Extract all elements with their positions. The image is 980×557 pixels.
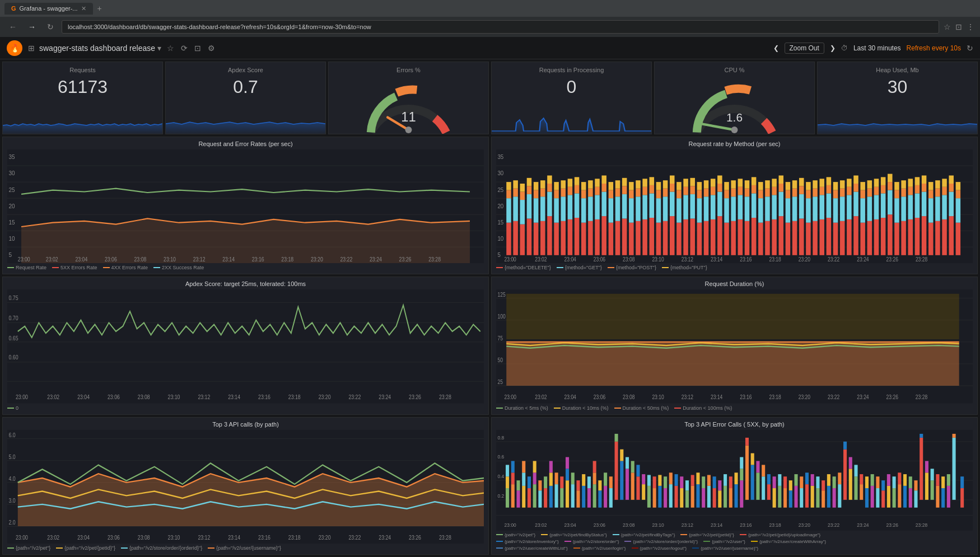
svg-rect-230 — [813, 180, 818, 189]
apdex-score-chart-panel: Apdex Score: target 25ms, tolerated: 100… — [2, 277, 489, 414]
svg-rect-300 — [935, 196, 940, 221]
charts-row-1: Request and Error Rates (per sec) 35 30 … — [2, 137, 978, 274]
svg-rect-115 — [622, 218, 627, 255]
svg-rect-450 — [576, 490, 580, 508]
apdex-score-chart: 0.75 0.70 0.65 0.60 23:00 23:02 23:04 23… — [7, 289, 484, 403]
svg-rect-251 — [853, 216, 858, 255]
svg-text:23:06: 23:06 — [105, 256, 117, 263]
bookmark-star-icon[interactable]: ☆ — [944, 22, 951, 31]
browser-chrome: G Grafana - swagger-... ✕ + — [0, 0, 980, 17]
svg-rect-297 — [928, 190, 934, 199]
svg-rect-254 — [853, 175, 858, 184]
time-range-selector[interactable]: Last 30 minutes — [853, 44, 901, 52]
svg-rect-305 — [942, 187, 947, 195]
svg-text:23:20: 23:20 — [799, 257, 810, 263]
svg-rect-513 — [740, 457, 743, 469]
browser-tab[interactable]: G Grafana - swagger-... ✕ — [4, 3, 93, 15]
svg-rect-87 — [575, 218, 580, 255]
settings-icon[interactable]: ⚙ — [208, 44, 215, 53]
top3-error-calls-title: Top 3 API Error Calls ( 5XX, by path) — [496, 421, 973, 428]
svg-rect-107 — [609, 223, 614, 255]
svg-rect-246 — [840, 180, 845, 189]
svg-rect-293 — [922, 184, 927, 192]
svg-rect-287 — [915, 218, 920, 255]
svg-rect-148 — [676, 198, 682, 223]
refresh-button[interactable]: ↻ — [967, 44, 973, 53]
svg-rect-196 — [758, 198, 763, 223]
svg-rect-521 — [762, 465, 765, 476]
svg-rect-578 — [920, 438, 923, 500]
reload-button[interactable]: ↻ — [44, 21, 57, 32]
svg-rect-307 — [949, 216, 954, 255]
forward-button[interactable]: → — [25, 21, 39, 32]
delete-color — [496, 267, 503, 268]
zoom-out-button[interactable]: Zoom Out — [785, 43, 824, 54]
svg-rect-145 — [670, 184, 675, 192]
new-tab-button[interactable]: + — [97, 4, 102, 13]
svg-rect-496 — [696, 472, 699, 484]
svg-text:1.6: 1.6 — [726, 111, 743, 124]
dur-50ms-label: Duration < 50ms (%) — [623, 405, 669, 411]
svg-rect-54 — [513, 180, 518, 189]
svg-rect-123 — [636, 221, 641, 255]
svg-rect-136 — [656, 198, 661, 223]
svg-rect-477 — [647, 486, 651, 508]
svg-rect-271 — [888, 214, 893, 255]
extensions-icon[interactable]: ⊡ — [955, 22, 962, 31]
zoom-left-icon[interactable]: ❮ — [773, 44, 779, 52]
svg-rect-590 — [953, 438, 956, 500]
svg-text:0.65: 0.65 — [9, 335, 18, 341]
dur-5ms-color — [496, 408, 503, 409]
svg-rect-495 — [696, 484, 699, 508]
legend-post: {method="POST"} — [608, 265, 656, 270]
svg-rect-163 — [704, 221, 709, 255]
dur-100ms-label: Duration < 100ms (%) — [683, 405, 732, 411]
svg-rect-176 — [724, 198, 729, 223]
legend-get: {method="GET"} — [557, 265, 602, 270]
svg-rect-277 — [894, 190, 899, 199]
dur-100ms-color — [674, 408, 681, 409]
dashboard-title[interactable]: ⊞ swagger-stats dashboard release ▾ — [28, 44, 161, 53]
svg-rect-310 — [949, 175, 954, 184]
svg-rect-309 — [949, 184, 954, 192]
svg-rect-224 — [806, 198, 811, 223]
share-icon[interactable]: ⟳ — [181, 44, 188, 53]
svg-rect-211 — [786, 223, 791, 255]
svg-rect-98 — [588, 180, 593, 189]
svg-rect-168 — [711, 195, 716, 219]
svg-text:23:22: 23:22 — [828, 394, 839, 400]
svg-rect-143 — [670, 216, 675, 255]
svg-rect-531 — [789, 480, 792, 490]
svg-rect-105 — [601, 184, 606, 192]
svg-rect-593 — [960, 476, 964, 488]
svg-rect-214 — [786, 182, 791, 190]
svg-text:23:04: 23:04 — [564, 257, 576, 263]
requests-processing-sparkline — [492, 111, 651, 134]
svg-rect-80 — [561, 196, 566, 221]
svg-rect-131 — [650, 218, 655, 255]
menu-icon[interactable]: ⋮ — [967, 22, 974, 31]
v2-store-label: {path="/v2/store/order/{orderId}"} — [129, 545, 202, 551]
grafana-logo[interactable]: 🔥 — [7, 40, 22, 56]
get-color — [557, 267, 563, 268]
svg-rect-245 — [840, 189, 845, 197]
star-icon[interactable]: ☆ — [167, 44, 174, 53]
address-bar[interactable]: localhost:3000/dashboard/db/swagger-stat… — [62, 20, 939, 34]
svg-rect-223 — [806, 223, 811, 255]
refresh-rate-selector[interactable]: Refresh every 10s — [907, 44, 961, 52]
svg-rect-552 — [849, 469, 852, 499]
svg-rect-504 — [718, 480, 721, 490]
svg-rect-129 — [642, 187, 647, 195]
apdex-value: 0.7 — [172, 78, 319, 96]
svg-rect-102 — [595, 179, 600, 187]
svg-rect-128 — [642, 195, 647, 219]
zoom-right-icon[interactable]: ❯ — [830, 44, 836, 52]
svg-rect-430 — [528, 476, 531, 488]
save-icon[interactable]: ⊡ — [194, 44, 201, 53]
svg-rect-453 — [582, 474, 585, 486]
svg-text:23:02: 23:02 — [47, 533, 59, 540]
svg-rect-285 — [908, 187, 913, 195]
tab-close-button[interactable]: ✕ — [81, 5, 86, 12]
legend-v2-user-only: {path="/v2/user"} — [703, 539, 745, 544]
back-button[interactable]: ← — [6, 21, 20, 32]
